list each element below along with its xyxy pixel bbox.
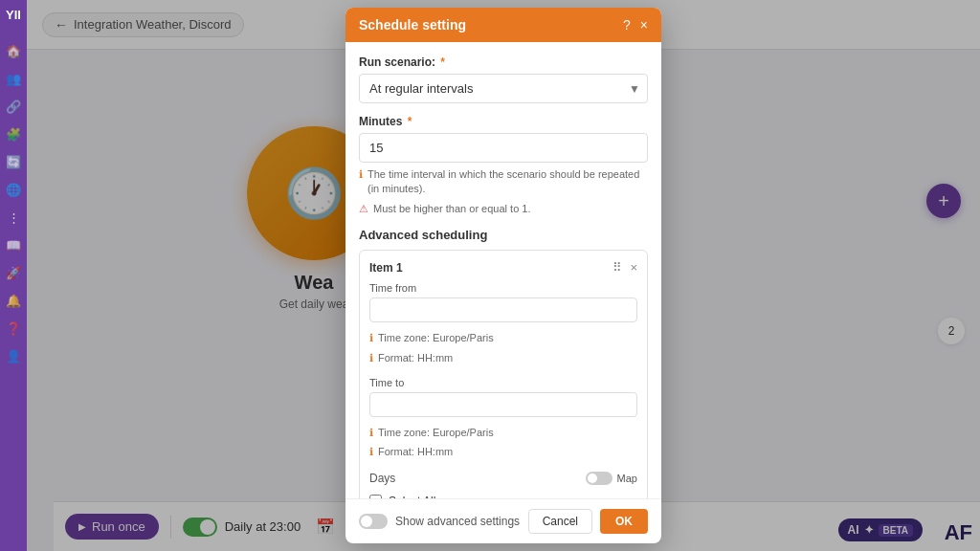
modal-title: Schedule setting [359, 17, 466, 33]
modal-footer: Show advanced settings Cancel OK [345, 498, 661, 543]
hint-min-text: Must be higher than or equal to 1. [373, 202, 531, 216]
advanced-item-header: Item 1 ⠿ × [369, 260, 637, 275]
drag-icon[interactable]: ⠿ [612, 260, 622, 275]
run-scenario-group: Run scenario: * At regular intervals ▼ [359, 55, 648, 103]
hint-info-icon: ℹ [359, 168, 363, 181]
format-text: Format: HH:mm [378, 351, 453, 365]
modal-header: Schedule setting ? × [345, 8, 661, 42]
run-scenario-select[interactable]: At regular intervals [359, 74, 648, 103]
modal-header-icons: ? × [623, 17, 648, 33]
sidebar-icon-flows[interactable]: 🔄 [6, 155, 21, 169]
sidebar-icon-home[interactable]: 🏠 [6, 44, 21, 58]
sidebar-logo: YII [6, 8, 21, 22]
time-to-timezone-row: ℹ Time zone: Europe/Paris [369, 426, 637, 440]
time-from-group: Time from ℹ Time zone: Europe/Paris ℹ Fo… [369, 282, 637, 365]
main-area: ← Integration Weather, Discord 🕐 Wea Get… [27, 0, 980, 551]
map-toggle[interactable]: Map [586, 472, 637, 485]
sidebar-icon-scenarios[interactable]: 🧩 [6, 127, 21, 142]
days-label: Days [369, 472, 395, 485]
ok-button[interactable]: OK [600, 509, 648, 534]
sidebar-icon-users[interactable]: 👥 [6, 72, 21, 86]
run-scenario-label-text: Run scenario: [359, 55, 435, 69]
hint-min-row: ⚠ Must be higher than or equal to 1. [359, 202, 648, 216]
sidebar-icon-notifications[interactable]: 🔔 [6, 294, 21, 308]
time-from-label: Time from [369, 282, 637, 294]
advanced-settings-toggle[interactable] [359, 514, 388, 529]
minutes-required: * [408, 115, 412, 128]
minutes-label: Minutes * [359, 115, 648, 128]
schedule-setting-modal: Schedule setting ? × Run scenario: * A [345, 8, 661, 543]
show-advanced-label: Show advanced settings [395, 515, 520, 528]
advanced-item-actions: ⠿ × [612, 260, 637, 275]
timezone-text: Time zone: Europe/Paris [378, 331, 494, 345]
sidebar-icon-help[interactable]: ❓ [6, 321, 21, 336]
days-header: Days Map [369, 472, 637, 485]
select-all-row: Select All [369, 491, 637, 498]
hint-interval-row: ℹ The time interval in which the scenari… [359, 167, 648, 197]
sidebar-icon-profile[interactable]: 👤 [6, 349, 21, 364]
cancel-button[interactable]: Cancel [528, 509, 592, 534]
sidebar-icon-more[interactable]: ⋮ [8, 210, 20, 225]
sidebar-icon-integrations[interactable]: 🔗 [6, 99, 21, 114]
time-from-timezone-row: ℹ Time zone: Europe/Paris [369, 331, 637, 345]
time-to-format-icon: ℹ [369, 446, 373, 458]
time-to-input[interactable] [369, 392, 637, 417]
time-from-format-row: ℹ Format: HH:mm [369, 351, 637, 365]
advanced-item-title: Item 1 [369, 261, 403, 275]
minutes-group: Minutes * ℹ The time interval in which t… [359, 115, 648, 216]
advanced-scheduling-title: Advanced scheduling [359, 228, 648, 242]
run-scenario-required: * [440, 55, 445, 69]
minutes-label-text: Minutes [359, 115, 402, 128]
modal-close-icon[interactable]: × [640, 17, 648, 33]
modal-help-icon[interactable]: ? [623, 17, 631, 33]
run-scenario-label: Run scenario: * [359, 55, 648, 69]
time-to-format-row: ℹ Format: HH:mm [369, 445, 637, 459]
sidebar-icon-global[interactable]: 🌐 [6, 183, 21, 197]
sidebar-icon-deploy[interactable]: 🚀 [6, 266, 21, 280]
time-to-format-text: Format: HH:mm [378, 445, 453, 459]
time-from-input[interactable] [369, 298, 637, 322]
run-scenario-select-wrapper: At regular intervals ▼ [359, 74, 648, 103]
minutes-input[interactable] [359, 133, 648, 163]
footer-buttons: Cancel OK [528, 509, 648, 534]
advanced-settings-row: Show advanced settings [359, 514, 520, 529]
modal-body: Run scenario: * At regular intervals ▼ M… [345, 42, 661, 498]
remove-item-icon[interactable]: × [630, 260, 637, 275]
map-toggle-switch[interactable] [586, 472, 612, 485]
time-to-timezone-icon: ℹ [369, 427, 373, 439]
sidebar: YII 🏠 👥 🔗 🧩 🔄 🌐 ⋮ 📖 🚀 🔔 ❓ 👤 [0, 0, 27, 551]
map-label: Map [617, 473, 637, 484]
time-to-group: Time to ℹ Time zone: Europe/Paris ℹ Form… [369, 377, 637, 460]
hint-interval-text: The time interval in which the scenario … [368, 167, 648, 197]
advanced-item-1: Item 1 ⠿ × Time from ℹ Time zone: Europe… [359, 250, 648, 498]
modal-overlay: Schedule setting ? × Run scenario: * A [27, 0, 980, 551]
sidebar-icon-docs[interactable]: 📖 [6, 238, 21, 253]
hint-warning-icon: ⚠ [359, 203, 368, 215]
format-info-icon: ℹ [369, 352, 373, 364]
time-to-timezone-text: Time zone: Europe/Paris [378, 426, 494, 440]
timezone-info-icon: ℹ [369, 332, 373, 344]
time-to-label: Time to [369, 377, 637, 388]
